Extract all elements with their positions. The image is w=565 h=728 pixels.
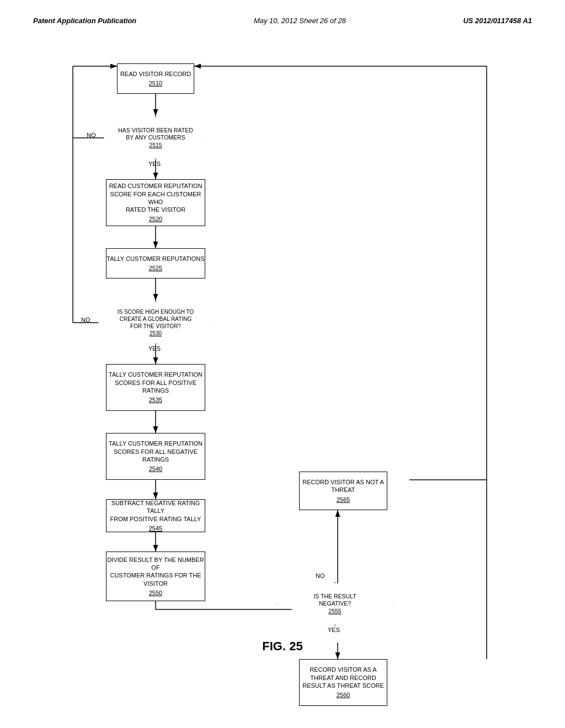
box-tally-reputations-step: 2525 (149, 264, 162, 272)
box-tally-customer-reputations: TALLY CUSTOMER REPUTATIONS 2525 (106, 248, 205, 279)
diamond-score-step: 2530 (150, 330, 162, 337)
box-subtract-negative: SUBTRACT NEGATIVE RATING TALLYFROM POSIT… (106, 499, 205, 532)
yes-label-has-visitor: YES (148, 160, 161, 167)
header-left: Patent Application Publication (33, 17, 136, 25)
box-threat-step: 2560 (337, 691, 350, 699)
diagram-container: READ VISITOR RECORD 2510 HAS VISITOR BEE… (45, 52, 520, 659)
box-tally-positive-step: 2535 (149, 396, 162, 404)
box-read-visitor-record: READ VISITOR RECORD 2510 (117, 63, 194, 94)
box-tally-positive-label: TALLY CUSTOMER REPUTATIONSCORES FOR ALL … (109, 371, 202, 394)
no-label-score: NO (81, 317, 90, 323)
diamond-score-label: IS SCORE HIGH ENOUGH TOCREATE A GLOBAL R… (118, 308, 194, 330)
box-tally-positive-ratings: TALLY CUSTOMER REPUTATIONSCORES FOR ALL … (106, 364, 205, 411)
box-record-not-threat: RECORD VISITOR AS NOT ATHREAT 2565 (299, 472, 387, 510)
diamond-has-visitor-been-rated: HAS VISITOR BEEN RATEDBY ANY CUSTOMERS 2… (100, 116, 211, 160)
diamond-is-result-negative: IS THE RESULTNEGATIVE? 2555 NO YES (277, 582, 393, 626)
diamond-has-visitor-step: 2515 (149, 142, 162, 149)
yes-label-negative: YES (328, 627, 340, 633)
box-tally-negative-step: 2540 (149, 465, 162, 473)
box-tally-reputations-label: TALLY CUSTOMER REPUTATIONS (106, 255, 204, 263)
box-not-threat-step: 2565 (337, 496, 350, 504)
fig-label: FIG. 25 (262, 639, 302, 654)
box-tally-negative-label: TALLY CUSTOMER REPUTATIONSCORES FOR ALL … (109, 440, 202, 463)
diamond-negative-step: 2555 (328, 608, 341, 615)
box-read-customer-step: 2520 (149, 215, 162, 223)
box-subtract-label: SUBTRACT NEGATIVE RATING TALLYFROM POSIT… (106, 499, 205, 523)
no-label-has-visitor: NO (87, 132, 96, 138)
header-center: May 10, 2012 Sheet 26 of 28 (254, 17, 346, 25)
box-record-threat: RECORD VISITOR AS ATHREAT AND RECORDRESU… (299, 659, 387, 706)
page: Patent Application Publication May 10, 2… (0, 0, 565, 728)
page-header: Patent Application Publication May 10, 2… (22, 11, 543, 36)
box-threat-label: RECORD VISITOR AS ATHREAT AND RECORDRESU… (302, 666, 384, 689)
diamond-negative-label: IS THE RESULTNEGATIVE? (313, 593, 356, 608)
yes-label-score: YES (148, 345, 161, 352)
header-right: US 2012/0117458 A1 (463, 17, 532, 25)
box-divide-step: 2550 (149, 589, 162, 597)
box-read-customer-label: READ CUSTOMER REPUTATIONSCORE FOR EACH C… (106, 182, 205, 213)
box-read-customer-reputation: READ CUSTOMER REPUTATIONSCORE FOR EACH C… (106, 179, 205, 226)
box-divide-label: DIVIDE RESULT BY THE NUMBER OFCUSTOMER R… (106, 556, 205, 587)
diamond-is-score-high-enough: IS SCORE HIGH ENOUGH TOCREATE A GLOBAL R… (98, 301, 214, 345)
no-label-negative: NO (316, 572, 325, 579)
box-read-visitor-record-step: 2510 (149, 79, 162, 87)
diamond-has-visitor-label: HAS VISITOR BEEN RATEDBY ANY CUSTOMERS (118, 127, 193, 142)
box-read-visitor-record-label: READ VISITOR RECORD (120, 70, 191, 78)
box-divide-result: DIVIDE RESULT BY THE NUMBER OFCUSTOMER R… (106, 552, 205, 601)
box-subtract-step: 2545 (149, 524, 162, 532)
box-tally-negative-ratings: TALLY CUSTOMER REPUTATIONSCORES FOR ALL … (106, 433, 205, 480)
box-not-threat-label: RECORD VISITOR AS NOT ATHREAT (302, 478, 384, 494)
